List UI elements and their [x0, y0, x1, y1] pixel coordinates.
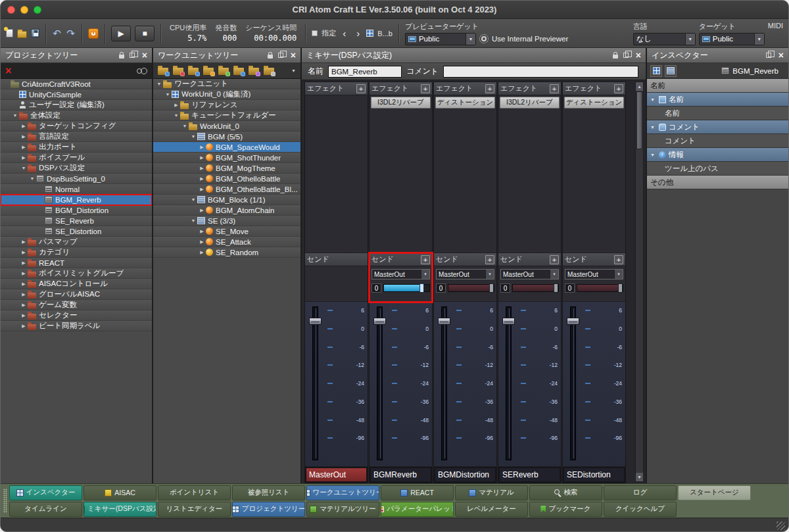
tree-item[interactable]: ユーザー設定 (編集済) — [1, 100, 152, 110]
tree-settings-icon[interactable] — [264, 68, 274, 75]
tree-item[interactable]: BGM_Reverb — [1, 195, 152, 205]
expander-icon[interactable]: ▶ — [198, 208, 206, 213]
expander-icon[interactable]: ▼ — [189, 197, 197, 202]
tab-aisac[interactable]: AISAC — [84, 485, 156, 500]
effect-button[interactable]: ディストーション — [564, 97, 624, 109]
inspector-view-grid-button[interactable] — [650, 65, 662, 77]
slider-knob[interactable] — [419, 283, 424, 293]
fader-track[interactable] — [441, 306, 447, 460]
add-effect-button[interactable]: + — [421, 84, 430, 93]
send-target-dropdown[interactable]: MasterOut▼ — [500, 269, 559, 279]
expander-icon[interactable]: ▶ — [20, 324, 28, 329]
atom-tool-icon[interactable] — [88, 28, 99, 39]
tree-item[interactable]: ▼WorkUnit_0 (編集済) — [153, 89, 300, 100]
clear-filter-icon[interactable] — [5, 66, 11, 76]
add-effect-button[interactable]: + — [614, 84, 623, 93]
tree-item[interactable]: ▶リファレンス — [153, 100, 300, 110]
float-panel-icon[interactable] — [278, 53, 283, 58]
slider-knob[interactable] — [554, 283, 558, 293]
close-icon[interactable] — [291, 51, 296, 60]
expander-icon[interactable]: ▼ — [20, 166, 28, 170]
close-icon[interactable] — [636, 51, 641, 60]
tree-item[interactable]: ▼SE (3/3) — [153, 216, 300, 226]
add-send-button[interactable]: + — [421, 255, 430, 264]
send-level-slider[interactable]: 0 — [371, 283, 430, 293]
tree-item[interactable]: ▶ゲーム変数 — [1, 300, 152, 310]
lock-icon[interactable] — [119, 55, 124, 59]
add-effect-button[interactable]: + — [550, 84, 559, 93]
inspector-field-row[interactable]: 名前 — [647, 107, 788, 120]
next-cue-icon[interactable]: › — [353, 27, 363, 40]
fader-knob[interactable] — [309, 318, 322, 325]
fader-track[interactable] — [377, 306, 383, 460]
slider-track[interactable] — [577, 284, 623, 292]
lock-icon[interactable] — [268, 55, 273, 59]
tab-search[interactable]: 検索 — [529, 485, 602, 500]
mixer-name-input[interactable] — [328, 66, 402, 78]
add-cue-icon[interactable] — [203, 68, 214, 75]
tree-item[interactable]: ▶BGM_MogTheme — [153, 163, 300, 174]
slider-track[interactable] — [512, 284, 559, 292]
expander-icon[interactable]: ▶ — [20, 271, 28, 276]
tree-item[interactable]: ▶グローバルAISAC — [1, 289, 152, 300]
zoom-window-button[interactable] — [34, 6, 41, 14]
tree-item[interactable]: ▶SE_Move — [153, 226, 300, 237]
expander-icon[interactable]: ▶ — [20, 313, 28, 318]
expander-icon[interactable]: ▼ — [172, 113, 180, 118]
expander-icon[interactable]: ▶ — [20, 281, 28, 287]
tree-item[interactable]: ▶BGM_SpaceWould — [153, 142, 300, 153]
expander-icon[interactable]: ▼ — [189, 134, 197, 139]
tree-item[interactable]: ▶AISACコントロール — [1, 279, 152, 289]
tab-quick-help[interactable]: クイックヘルプ — [604, 502, 677, 517]
expander-icon[interactable]: ▼ — [155, 82, 163, 86]
expander-icon[interactable]: ▶ — [198, 239, 206, 245]
expander-icon[interactable]: ▶ — [198, 145, 206, 150]
tree-item[interactable]: SE_Distortion — [1, 226, 152, 237]
tab-project-tree[interactable]: プロジェクトツリー — [232, 502, 305, 517]
fader-track[interactable] — [506, 306, 512, 460]
inspector-field-row[interactable]: ツール上のパス — [647, 162, 788, 176]
effect-button[interactable]: I3DL2リバーブ — [500, 97, 560, 109]
scroll-up-icon[interactable]: ▲ — [636, 82, 643, 91]
send-level-slider[interactable]: 0 — [500, 283, 559, 293]
tree-item[interactable]: ▶ボイスリミットグループ — [1, 268, 152, 279]
preview-cue-indicator[interactable]: B...b — [366, 30, 393, 37]
fader-knob[interactable] — [438, 318, 450, 325]
resize-grip-icon[interactable] — [777, 521, 785, 530]
tab-point-list[interactable]: ポイントリスト — [158, 485, 231, 500]
expander-icon[interactable]: ▶ — [20, 124, 28, 129]
add-workunit-folder-icon[interactable] — [158, 68, 168, 75]
close-icon[interactable] — [778, 51, 784, 60]
designate-checkbox[interactable] — [312, 30, 318, 36]
expander-icon[interactable]: ▶ — [198, 229, 206, 234]
reload-tree-icon[interactable] — [249, 68, 259, 75]
tree-item[interactable]: BGM_Distortion — [1, 205, 152, 216]
mixer-vertical-scrollbar[interactable]: ▲ ▼ — [635, 82, 644, 482]
tab-log[interactable]: ログ — [604, 485, 677, 500]
channel-name[interactable]: SEReverb — [500, 468, 560, 481]
drag-handle[interactable] — [3, 489, 7, 513]
tree-item[interactable]: SE_Reverb — [1, 216, 152, 226]
slider-knob[interactable] — [618, 283, 623, 293]
tab-referenced-list[interactable]: 被参照リスト — [232, 485, 305, 500]
tab-react[interactable]: REACT — [381, 485, 454, 500]
send-target-dropdown[interactable]: MasterOut▼ — [371, 269, 430, 279]
tab-parameter-palette[interactable]: パラメーターパレット — [381, 502, 454, 517]
expander-icon[interactable]: ▶ — [198, 187, 206, 192]
tree-item[interactable]: ▼DSPバス設定 — [1, 163, 152, 174]
expander-icon[interactable]: ▶ — [172, 103, 180, 108]
tree-item[interactable]: ▶BGM_AtomChain — [153, 205, 300, 216]
close-window-button[interactable] — [7, 6, 15, 14]
inspector-section-header[interactable]: ▼名前 — [647, 93, 788, 107]
scrollbar-track[interactable] — [636, 150, 643, 473]
scroll-down-icon[interactable]: ▼ — [636, 473, 643, 481]
expander-icon[interactable]: ▼ — [164, 92, 172, 97]
inspector-field-row[interactable]: コメント — [647, 134, 788, 148]
inspector-view-list-button[interactable] — [665, 65, 677, 77]
float-panel-icon[interactable] — [766, 53, 771, 58]
add-effect-button[interactable]: + — [485, 84, 494, 93]
tree-item[interactable]: ▶BGM_OthelloBattle_Bl... — [153, 184, 300, 195]
tab-mixer-dsp-bus[interactable]: ミキサー(DSPバス設定) — [84, 502, 156, 517]
add-send-button[interactable]: + — [614, 255, 623, 264]
add-track-icon[interactable] — [218, 68, 229, 75]
